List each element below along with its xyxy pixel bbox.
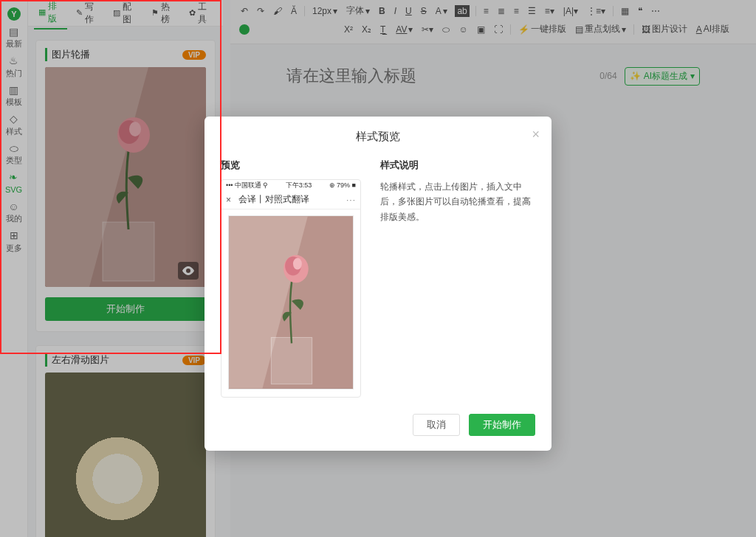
modal-title: 样式预览 [221, 130, 535, 144]
preview-heading: 预览 [221, 159, 361, 172]
desc-text: 轮播样式，点击上传图片，插入文中后，多张图片可以自动轮播查看，提高排版美感。 [380, 179, 535, 224]
modal-overlay[interactable]: 样式预览 × 预览 ••• 中国联通 ⚲ 下午3:53 ⊕ 79% ■ × 会译… [0, 0, 756, 537]
time-label: 下午3:53 [286, 181, 312, 190]
style-preview-modal: 样式预览 × 预览 ••• 中国联通 ⚲ 下午3:53 ⊕ 79% ■ × 会译… [205, 117, 551, 451]
close-icon[interactable]: × [532, 127, 540, 142]
svg-point-11 [293, 258, 302, 270]
phone-preview: ••• 中国联通 ⚲ 下午3:53 ⊕ 79% ■ × 会译丨对照式翻译 ··· [221, 179, 361, 398]
carrier-label: ••• 中国联通 ⚲ [226, 181, 268, 190]
phone-close-icon: × [226, 195, 231, 205]
battery-label: ⊕ 79% ■ [329, 181, 356, 189]
desc-heading: 样式说明 [380, 159, 535, 172]
phone-page-title: 会译丨对照式翻译 [238, 193, 309, 206]
confirm-button[interactable]: 开始制作 [469, 414, 535, 436]
phone-preview-image [228, 215, 354, 389]
phone-more-icon: ··· [346, 195, 356, 205]
svg-rect-8 [271, 337, 312, 384]
cancel-button[interactable]: 取消 [413, 414, 460, 436]
